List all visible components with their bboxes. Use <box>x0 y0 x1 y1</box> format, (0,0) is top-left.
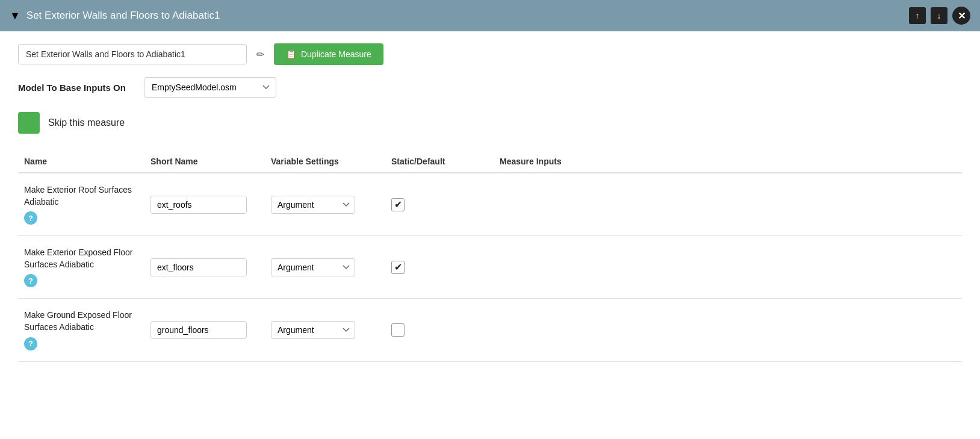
col-header-inputs: Measure Inputs <box>500 151 962 173</box>
row1-name-cell: Make Exterior Roof Surfaces Adiabatic ? <box>18 173 150 236</box>
row3-static-cell <box>391 299 500 361</box>
close-button[interactable]: ✕ <box>952 7 970 25</box>
collapse-icon[interactable]: ▼ <box>10 10 20 22</box>
top-row: ✏ 📋 Duplicate Measure <box>18 43 962 65</box>
duplicate-label: Duplicate Measure <box>301 49 371 59</box>
row2-short-name-input[interactable] <box>150 258 247 276</box>
skip-measure-label: Skip this measure <box>48 117 125 128</box>
col-header-name: Name <box>18 151 150 173</box>
row1-name-text: Make Exterior Roof Surfaces Adiabatic <box>24 184 141 208</box>
row3-inputs-cell <box>500 299 962 361</box>
duplicate-measure-button[interactable]: 📋 Duplicate Measure <box>274 43 383 65</box>
row2-checkmark: ✔ <box>394 263 402 272</box>
row1-short-name-input[interactable] <box>150 196 247 214</box>
row3-checkbox[interactable] <box>391 323 405 337</box>
table-body: Make Exterior Roof Surfaces Adiabatic ? … <box>18 173 962 361</box>
row1-help-badge[interactable]: ? <box>24 211 37 225</box>
table-row: Make Ground Exposed Floor Surfaces Adiab… <box>18 299 962 361</box>
row1-var-select[interactable]: Argument <box>271 196 355 214</box>
row3-var-cell: Argument <box>271 299 391 361</box>
skip-measure-toggle[interactable] <box>18 112 40 134</box>
row3-var-select[interactable]: Argument <box>271 321 355 339</box>
parameter-table: Name Short Name Variable Settings Static… <box>18 151 962 362</box>
row3-short-cell <box>150 299 271 361</box>
row2-inputs-cell <box>500 236 962 299</box>
row3-short-name-input[interactable] <box>150 321 247 339</box>
move-down-button[interactable]: ↓ <box>931 7 947 24</box>
row1-static-cell: ✔ <box>391 173 500 236</box>
row1-var-cell: Argument <box>271 173 391 236</box>
measure-name-input[interactable] <box>18 44 247 64</box>
edit-name-icon[interactable]: ✏ <box>256 49 264 60</box>
model-seed-row: Model To Base Inputs On EmptySeedModel.o… <box>18 77 962 98</box>
row1-inputs-cell <box>500 173 962 236</box>
header-title: Set Exterior Walls and Floors to Adiabat… <box>26 10 220 22</box>
row3-name-cell: Make Ground Exposed Floor Surfaces Adiab… <box>18 299 150 361</box>
table-row: Make Exterior Exposed Floor Surfaces Adi… <box>18 236 962 299</box>
col-header-static: Static/Default <box>391 151 500 173</box>
table-row: Make Exterior Roof Surfaces Adiabatic ? … <box>18 173 962 236</box>
row2-var-cell: Argument <box>271 236 391 299</box>
row2-var-select[interactable]: Argument <box>271 258 355 276</box>
table-header: Name Short Name Variable Settings Static… <box>18 151 962 173</box>
header-left: ▼ Set Exterior Walls and Floors to Adiab… <box>10 10 220 22</box>
col-header-short: Short Name <box>150 151 271 173</box>
row1-short-cell <box>150 173 271 236</box>
row3-name-text: Make Ground Exposed Floor Surfaces Adiab… <box>24 310 141 333</box>
move-up-button[interactable]: ↑ <box>909 7 926 24</box>
duplicate-icon: 📋 <box>286 49 296 59</box>
row2-help-badge[interactable]: ? <box>24 274 37 287</box>
row3-help-badge[interactable]: ? <box>24 337 37 350</box>
row1-checkmark: ✔ <box>394 200 402 210</box>
row2-short-cell <box>150 236 271 299</box>
header-controls: ↑ ↓ ✕ <box>909 7 970 25</box>
skip-measure-row: Skip this measure <box>18 112 962 134</box>
model-seed-label: Model To Base Inputs On <box>18 83 126 93</box>
row2-name-cell: Make Exterior Exposed Floor Surfaces Adi… <box>18 236 150 299</box>
content-area: ✏ 📋 Duplicate Measure Model To Base Inpu… <box>0 31 980 374</box>
row2-name-text: Make Exterior Exposed Floor Surfaces Adi… <box>24 247 141 270</box>
row1-checkbox[interactable]: ✔ <box>391 198 405 211</box>
row2-checkbox[interactable]: ✔ <box>391 261 405 274</box>
col-header-variable: Variable Settings <box>271 151 391 173</box>
row2-static-cell: ✔ <box>391 236 500 299</box>
model-seed-select[interactable]: EmptySeedModel.osm <box>144 77 276 98</box>
header-bar: ▼ Set Exterior Walls and Floors to Adiab… <box>0 0 980 31</box>
